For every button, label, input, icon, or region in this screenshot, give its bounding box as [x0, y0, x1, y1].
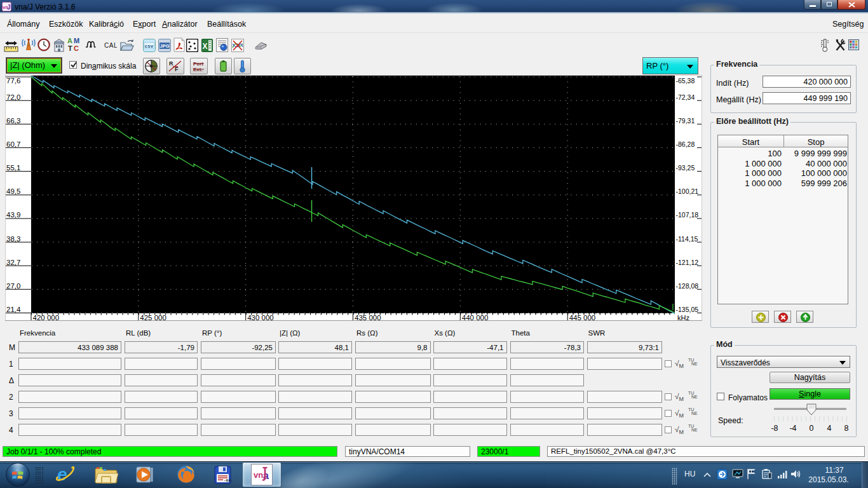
svg-text:66,3: 66,3	[6, 117, 20, 125]
svg-text:77,6: 77,6	[6, 77, 20, 85]
svg-text:440 000: 440 000	[462, 314, 489, 322]
svg-text:vn: vn	[254, 470, 263, 480]
svg-text:C: C	[74, 44, 79, 52]
svg-text:445 000: 445 000	[569, 314, 596, 322]
svg-text:430 000: 430 000	[247, 314, 274, 322]
svg-text:-100,21: -100,21	[676, 187, 699, 195]
svg-text:55,1: 55,1	[6, 164, 20, 172]
svg-text:-93,25: -93,25	[676, 164, 695, 172]
svg-text:420 000: 420 000	[33, 314, 60, 322]
svg-text:T: T	[68, 44, 72, 52]
svg-text:27,0: 27,0	[6, 282, 20, 290]
svg-text:-114,15: -114,15	[676, 235, 698, 243]
svg-text:e: e	[57, 464, 67, 484]
svg-text:21,4: 21,4	[6, 306, 21, 313]
svg-text:-72,34: -72,34	[676, 93, 695, 101]
svg-text:kHz: kHz	[677, 314, 689, 322]
svg-text:X: X	[203, 42, 208, 51]
svg-text:J: J	[7, 4, 11, 11]
svg-text:32,7: 32,7	[6, 259, 20, 266]
svg-text:csv: csv	[145, 43, 154, 49]
svg-text:-65,38: -65,38	[676, 77, 695, 85]
svg-text:-79,31: -79,31	[676, 117, 695, 125]
svg-text:-121,12: -121,12	[676, 259, 699, 266]
svg-text:425 000: 425 000	[140, 314, 166, 322]
svg-text:60,7: 60,7	[6, 140, 20, 148]
svg-text:-64·: -64·	[224, 478, 233, 483]
svg-text:-86,28: -86,28	[676, 140, 695, 148]
svg-text:JPG: JPG	[160, 43, 170, 49]
svg-text:CAL: CAL	[104, 42, 117, 49]
svg-text:A: A	[67, 37, 72, 44]
svg-text:M: M	[74, 37, 79, 44]
svg-text:-135,05: -135,05	[676, 306, 699, 313]
svg-text:R: R	[169, 60, 173, 67]
svg-text:38,3: 38,3	[6, 235, 20, 243]
svg-text:435 000: 435 000	[355, 314, 381, 322]
svg-text:72,0: 72,0	[6, 93, 20, 101]
svg-text:-107,18: -107,18	[676, 211, 699, 219]
svg-text:49,5: 49,5	[6, 187, 20, 195]
svg-text:43,9: 43,9	[6, 211, 20, 219]
svg-text:-128,08: -128,08	[676, 282, 699, 290]
